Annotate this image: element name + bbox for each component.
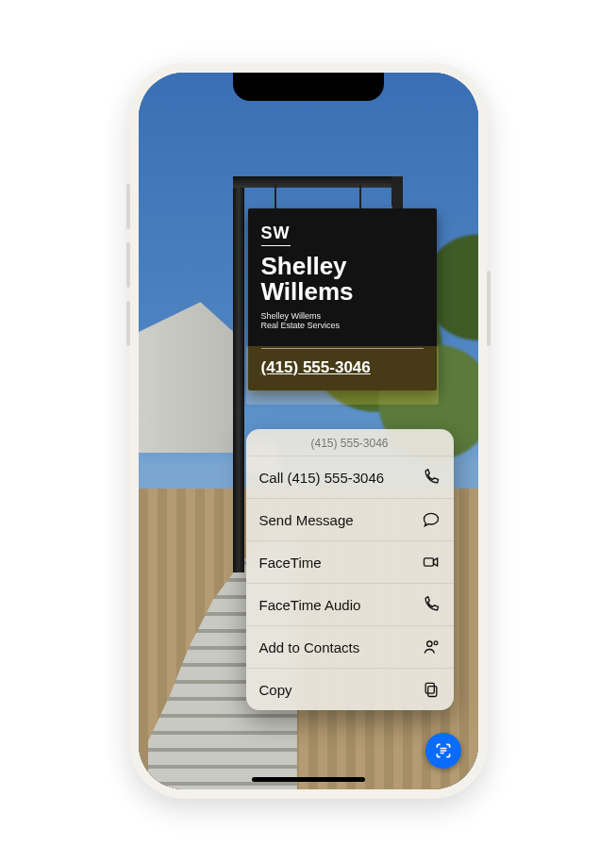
menu-item-label: Send Message — [259, 512, 354, 528]
sign-name-line2: Willems — [261, 277, 354, 306]
scene-signpost — [233, 176, 244, 572]
menu-item-label: Add to Contacts — [259, 639, 360, 655]
menu-item-copy[interactable]: Copy — [246, 669, 454, 710]
menu-item-label: Copy — [259, 682, 292, 698]
menu-item-call[interactable]: Call (415) 555-3046 — [246, 456, 454, 499]
svg-rect-4 — [425, 683, 434, 693]
add-contact-icon — [422, 638, 441, 656]
svg-rect-3 — [427, 687, 436, 697]
menu-item-add-to-contacts[interactable]: Add to Contacts — [246, 626, 454, 669]
sign-sub-line2: Real Estate Services — [261, 321, 341, 330]
menu-item-facetime-audio[interactable]: FaceTime Audio — [246, 584, 454, 626]
phone-icon — [422, 595, 441, 614]
menu-item-facetime[interactable]: FaceTime — [246, 541, 454, 584]
sign-sub-line1: Shelley Willems — [261, 311, 322, 321]
phone-icon — [422, 468, 441, 487]
menu-item-label: FaceTime — [259, 555, 322, 571]
sign-logo: SW — [261, 224, 291, 246]
text-selection-highlight — [246, 346, 439, 405]
phone-frame: SW Shelley Willems Shelley Willems Real … — [129, 63, 488, 799]
sign-name-line1: Shelley — [261, 252, 347, 280]
live-text-button[interactable] — [425, 733, 461, 769]
scene-signhanger — [261, 184, 375, 208]
menu-item-label: FaceTime Audio — [259, 597, 361, 613]
home-indicator[interactable] — [252, 777, 365, 782]
menu-item-label: Call (415) 555-3046 — [259, 470, 385, 486]
message-icon — [422, 510, 441, 529]
phone-context-menu: (415) 555-3046 Call (415) 555-3046 Send … — [246, 429, 454, 710]
svg-rect-0 — [424, 558, 433, 566]
menu-item-send-message[interactable]: Send Message — [246, 499, 454, 541]
live-text-icon — [434, 741, 453, 760]
video-icon — [422, 553, 441, 572]
scene-building — [139, 302, 242, 453]
context-menu-title: (415) 555-3046 — [246, 429, 454, 456]
notch — [233, 73, 384, 101]
phone-screen: SW Shelley Willems Shelley Willems Real … — [139, 73, 478, 789]
copy-icon — [422, 680, 441, 699]
svg-point-1 — [426, 641, 431, 646]
sign-subtitle: Shelley Willems Real Estate Services — [261, 311, 424, 332]
sign-name: Shelley Willems — [261, 254, 424, 306]
